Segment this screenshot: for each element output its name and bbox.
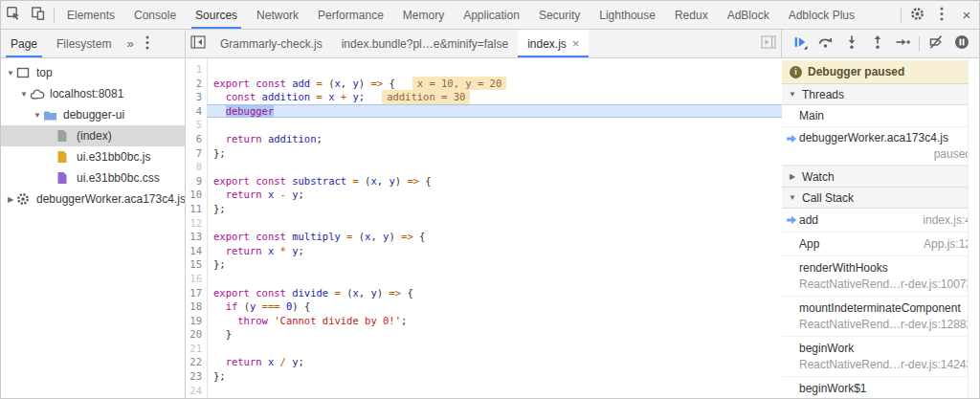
step-into-button[interactable] bbox=[838, 33, 864, 55]
step-button[interactable] bbox=[890, 33, 916, 55]
chevron-down-icon[interactable]: ▼ bbox=[5, 69, 16, 78]
code-content[interactable]: export const divide = (x, y) => { bbox=[207, 286, 782, 300]
line-number[interactable]: 10 bbox=[186, 188, 207, 202]
code-content[interactable]: debugger bbox=[207, 104, 782, 119]
code-content[interactable] bbox=[207, 62, 782, 77]
code-content[interactable] bbox=[207, 160, 782, 174]
tab-adblock-plus[interactable]: Adblock Plus bbox=[779, 1, 864, 29]
tree-item-index[interactable]: (index) bbox=[1, 125, 185, 146]
code-content[interactable]: return x - y; bbox=[207, 188, 782, 202]
tab-memory[interactable]: Memory bbox=[393, 1, 454, 29]
thread-item-main[interactable]: Main bbox=[782, 105, 979, 127]
code-content[interactable] bbox=[207, 216, 782, 231]
code-content[interactable] bbox=[207, 342, 782, 356]
tree-item-top[interactable]: ▼top bbox=[1, 62, 185, 83]
line-number[interactable]: 12 bbox=[186, 216, 207, 231]
line-number[interactable]: 6 bbox=[186, 132, 207, 146]
line-number[interactable]: 15 bbox=[186, 257, 207, 272]
line-number[interactable]: 19 bbox=[186, 314, 207, 328]
tree-item-ui-e31bb0bc-css[interactable]: ui.e31bb0bc.css bbox=[1, 167, 185, 188]
hide-navigator-button[interactable] bbox=[186, 33, 211, 55]
tab-console[interactable]: Console bbox=[124, 1, 186, 29]
section-watch[interactable]: ▶ Watch bbox=[782, 166, 979, 188]
code-content[interactable]: return x / y; bbox=[207, 355, 782, 369]
line-number[interactable]: 4 bbox=[186, 104, 207, 119]
line-number[interactable]: 14 bbox=[186, 244, 207, 258]
line-number[interactable]: 24 bbox=[186, 384, 207, 398]
editor-tab-index-bundle-pl-e-minify-false[interactable]: index.bundle?pl…e&minify=false bbox=[332, 30, 518, 57]
stack-frame-mountindeterminatecomponent[interactable]: mountIndeterminateComponentReactNativeRe… bbox=[782, 297, 979, 337]
pause-on-exceptions-button[interactable] bbox=[948, 33, 974, 55]
line-number[interactable]: 7 bbox=[186, 146, 207, 161]
line-number[interactable]: 16 bbox=[186, 272, 207, 286]
stack-frame-add[interactable]: addindex.js:4 bbox=[782, 209, 979, 233]
line-number[interactable]: 1 bbox=[186, 62, 207, 77]
line-number[interactable]: 18 bbox=[186, 299, 207, 314]
tab-lighthouse[interactable]: Lighthouse bbox=[590, 1, 665, 29]
code-content[interactable]: export const multiply = (x, y) => { bbox=[207, 230, 782, 244]
code-content[interactable]: }; bbox=[207, 369, 782, 384]
tree-item-debuggerworker-aca173c4-js[interactable]: ▶debuggerWorker.aca173c4.js bbox=[1, 188, 185, 210]
tab-security[interactable]: Security bbox=[529, 1, 590, 29]
stack-frame-renderwithhooks[interactable]: renderWithHooksReactNativeRend…r-dev.js:… bbox=[782, 256, 979, 297]
code-content[interactable]: throw 'Cannot divide by 0!'; bbox=[207, 314, 782, 328]
devtools-menu-button[interactable] bbox=[929, 4, 954, 27]
line-number[interactable]: 3 bbox=[186, 90, 207, 104]
deactivate-breakpoints-button[interactable] bbox=[923, 33, 948, 55]
chevron-right-icon[interactable]: ▶ bbox=[5, 195, 16, 204]
navigator-tab-page[interactable]: Page bbox=[1, 30, 47, 57]
more-navigator-tabs-button[interactable]: » bbox=[121, 30, 139, 57]
code-content[interactable]: return x * y; bbox=[207, 244, 782, 258]
line-number[interactable]: 23 bbox=[186, 369, 207, 384]
code-content[interactable]: } bbox=[207, 327, 782, 342]
navigator-menu-button[interactable] bbox=[140, 30, 155, 57]
code-content[interactable] bbox=[207, 272, 782, 286]
thread-item-debuggerworker-aca173c4-js[interactable]: debuggerWorker.aca173c4.jspaused bbox=[782, 127, 979, 166]
close-devtools-button[interactable]: × bbox=[954, 4, 979, 27]
navigator-tab-filesystem[interactable]: Filesystem bbox=[47, 30, 121, 57]
tab-sources[interactable]: Sources bbox=[186, 1, 247, 29]
resume-script-button[interactable] bbox=[787, 33, 813, 55]
tab-application[interactable]: Application bbox=[454, 1, 529, 29]
step-over-button[interactable] bbox=[813, 33, 838, 55]
code-content[interactable]: return addition; bbox=[207, 132, 782, 146]
chevron-down-icon[interactable]: ▼ bbox=[18, 90, 30, 99]
tab-performance[interactable]: Performance bbox=[308, 1, 393, 29]
tree-item-localhost-8081[interactable]: ▼localhost:8081 bbox=[1, 83, 185, 104]
step-out-button[interactable] bbox=[864, 33, 890, 55]
tab-adblock[interactable]: AdBlock bbox=[718, 1, 779, 29]
settings-button[interactable] bbox=[904, 4, 929, 27]
stack-frame-beginwork[interactable]: beginWorkReactNativeRend…r-dev.js:14243 bbox=[782, 337, 979, 377]
section-call-stack[interactable]: ▼ Call Stack bbox=[782, 188, 979, 209]
code-content[interactable]: const addition = x + y;addition = 30 bbox=[207, 90, 782, 104]
code-content[interactable]: export const add = (x, y) => {x = 10, y … bbox=[207, 77, 782, 91]
line-number[interactable]: 5 bbox=[186, 118, 207, 132]
code-content[interactable]: }; bbox=[207, 202, 782, 216]
stack-frame-app[interactable]: AppApp.js:12 bbox=[782, 233, 979, 256]
close-tab-icon[interactable]: × bbox=[572, 37, 580, 50]
inspect-element-button[interactable] bbox=[1, 4, 26, 27]
line-number[interactable]: 13 bbox=[186, 230, 207, 244]
line-number[interactable]: 21 bbox=[186, 342, 207, 356]
tree-item-debugger-ui[interactable]: ▼debugger-ui bbox=[1, 104, 185, 125]
line-number[interactable]: 22 bbox=[186, 355, 207, 369]
line-number[interactable]: 2 bbox=[186, 77, 207, 91]
device-toolbar-button[interactable] bbox=[26, 4, 51, 27]
line-number[interactable]: 17 bbox=[186, 286, 207, 300]
code-content[interactable] bbox=[207, 384, 782, 398]
code-content[interactable] bbox=[207, 118, 782, 132]
code-content[interactable]: export const substract = (x, y) => { bbox=[207, 174, 782, 188]
code-content[interactable]: }; bbox=[207, 146, 782, 161]
chevron-down-icon[interactable]: ▼ bbox=[32, 111, 43, 120]
line-number[interactable]: 8 bbox=[186, 160, 207, 174]
tab-redux[interactable]: Redux bbox=[665, 1, 718, 29]
stack-frame-beginwork-1[interactable]: beginWork$1 bbox=[782, 377, 979, 398]
tab-elements[interactable]: Elements bbox=[57, 1, 124, 29]
line-number[interactable]: 11 bbox=[186, 202, 207, 216]
code-content[interactable]: }; bbox=[207, 257, 782, 272]
editor-tab-grammarly-check-js[interactable]: Grammarly-check.js bbox=[211, 30, 332, 57]
line-number[interactable]: 20 bbox=[186, 327, 207, 342]
tab-overflow-button[interactable] bbox=[756, 33, 781, 55]
tab-network[interactable]: Network bbox=[247, 1, 308, 29]
editor-tab-index-js[interactable]: index.js× bbox=[518, 30, 589, 57]
